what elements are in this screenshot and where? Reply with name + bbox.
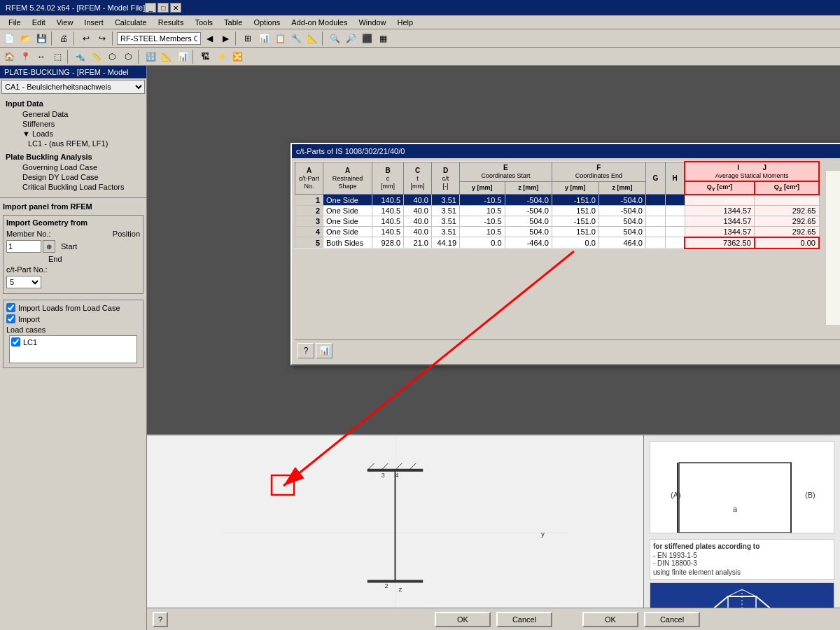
bottom-cancel-btn[interactable]: Cancel <box>496 612 552 627</box>
main-dialog: c/t-Parts of IS 1008/302/21/40/0 ✕ Ac/t-… <box>290 143 840 365</box>
sep2 <box>74 31 76 46</box>
cell-end-z: 464.0 <box>598 237 645 248</box>
menu-results[interactable]: Results <box>153 17 190 28</box>
bottom-ok2-btn[interactable]: OK <box>582 612 638 627</box>
tb2-btn6[interactable]: 📏 <box>88 49 104 64</box>
undo-btn[interactable]: ↩ <box>78 31 94 46</box>
menu-calculate[interactable]: Calculate <box>109 17 153 28</box>
ct-part-select[interactable]: 5 1234 <box>6 276 41 288</box>
minimize-btn[interactable]: _ <box>145 3 156 13</box>
tb-btn8[interactable]: ⬛ <box>359 31 374 46</box>
table-row[interactable]: 5 Both Sides 928.0 21.0 44.19 0.0 -464.0… <box>295 237 820 248</box>
window-controls[interactable]: _ □ ✕ <box>145 3 181 13</box>
lc1-item[interactable]: LC1 - (aus RFEM, LF1) <box>3 139 144 148</box>
col-header-moments: I JAverage Statical Moments <box>685 162 819 181</box>
menu-options[interactable]: Options <box>248 17 286 28</box>
menu-window[interactable]: Window <box>353 17 391 28</box>
redo-btn[interactable]: ↪ <box>94 31 110 46</box>
tb-btn9[interactable]: ▦ <box>375 31 391 46</box>
cell-ct: 3.51 <box>432 216 460 226</box>
col-header-g: G <box>645 162 665 195</box>
tb-btn7[interactable]: 🔎 <box>343 31 358 46</box>
table-row[interactable]: 2 One Side 140.5 40.0 3.51 10.5 -504.0 1… <box>295 205 820 216</box>
governing-load-case-item[interactable]: Governing Load Case <box>3 162 144 172</box>
tb2-btn8[interactable]: ⬡ <box>120 49 136 64</box>
cell-start-y: -10.5 <box>460 216 505 226</box>
stiffeners-item[interactable]: Stiffeners <box>3 119 144 129</box>
maximize-btn[interactable]: □ <box>158 3 169 13</box>
plate-buckling-header[interactable]: Plate Buckling Analysis <box>3 151 144 162</box>
tb2-btn11[interactable]: 📊 <box>175 49 190 64</box>
lc1-checkbox[interactable] <box>11 337 20 346</box>
import-checkbox[interactable] <box>6 314 15 323</box>
ct-part-row: c/t-Part No.: <box>6 265 140 274</box>
tb2-btn3[interactable]: ↔ <box>34 49 49 64</box>
bottom-ok-btn[interactable]: OK <box>435 612 491 627</box>
tb-btn4[interactable]: 🔧 <box>288 31 304 46</box>
help-bottom-btn[interactable]: ? <box>153 612 168 627</box>
loads-item[interactable]: ▼ Loads <box>3 129 144 139</box>
cell-start-y: 10.5 <box>460 205 505 216</box>
menu-insert[interactable]: Insert <box>78 17 109 28</box>
tb-btn5[interactable]: 📐 <box>304 31 320 46</box>
menu-view[interactable]: View <box>51 17 79 28</box>
tb2-btn13[interactable]: ⚡ <box>214 49 229 64</box>
member-no-input[interactable] <box>6 240 41 253</box>
menu-tools[interactable]: Tools <box>189 17 218 28</box>
menu-addon[interactable]: Add-on Modules <box>286 17 353 28</box>
import-checkbox-row: Import <box>6 314 140 323</box>
col-header-h: H <box>665 162 685 195</box>
tb2-btn1[interactable]: 🏠 <box>1 49 17 64</box>
bottom-cancel2-btn[interactable]: Cancel <box>644 612 700 627</box>
col-header-qy: QY [cm³] <box>685 181 754 195</box>
dialog-title-bar: c/t-Parts of IS 1008/302/21/40/0 ✕ <box>292 144 840 158</box>
module-input[interactable] <box>117 32 201 45</box>
cell-c: 140.5 <box>372 226 404 237</box>
menu-edit[interactable]: Edit <box>27 17 51 28</box>
menu-help[interactable]: Help <box>392 17 419 28</box>
ct-parts-table: Ac/t-PartNo. ARestrainedShape Bc[mm] Ct[… <box>295 161 820 249</box>
left-panel: PLATE-BUCKLING - [RFEM - Model CA1 - Beu… <box>0 66 147 630</box>
tb2-btn9[interactable]: 🔢 <box>143 49 158 64</box>
close-btn[interactable]: ✕ <box>170 3 181 13</box>
critical-buckling-item[interactable]: Critical Buckling Load Factors <box>3 182 144 192</box>
print-btn[interactable]: 🖨 <box>56 31 71 46</box>
sep7 <box>138 50 141 64</box>
general-data-item[interactable]: General Data <box>3 109 144 119</box>
help-btn[interactable]: ? <box>298 343 314 358</box>
tb2-btn5[interactable]: 🔩 <box>72 49 88 64</box>
tb-btn3[interactable]: 📋 <box>272 31 288 46</box>
import-panel-label: Import panel from RFEM <box>0 201 146 212</box>
tb2-btn10[interactable]: 📐 <box>159 49 174 64</box>
input-data-header[interactable]: Input Data <box>3 98 144 109</box>
tb2-btn7[interactable]: ⬡ <box>104 49 120 64</box>
tb2-btn4[interactable]: ⬚ <box>50 49 65 64</box>
design-load-case-item[interactable]: Design DY Load Case <box>3 172 144 182</box>
new-btn[interactable]: 📄 <box>1 31 17 46</box>
cell-start-z: 504.0 <box>505 226 552 237</box>
tb-btn6[interactable]: 🔍 <box>327 31 342 46</box>
cell-start-z: -504.0 <box>505 205 552 216</box>
cell-ct: 44.19 <box>432 237 460 248</box>
open-btn[interactable]: 📂 <box>18 31 33 46</box>
tb2-btn12[interactable]: 🏗 <box>197 49 213 64</box>
member-no-row: Member No.: Position <box>6 230 140 238</box>
menu-file[interactable]: File <box>3 17 27 28</box>
nav-fwd[interactable]: ▶ <box>218 31 233 46</box>
tb-btn1[interactable]: ⊞ <box>240 31 255 46</box>
menu-table[interactable]: Table <box>218 17 248 28</box>
diagram-btn[interactable]: 📊 <box>316 343 332 358</box>
table-row[interactable]: 3 One Side 140.5 40.0 3.51 -10.5 504.0 -… <box>295 216 820 226</box>
cell-qy: 1344.57 <box>685 226 754 237</box>
table-row[interactable]: 4 One Side 140.5 40.0 3.51 10.5 504.0 15… <box>295 226 820 237</box>
tb-btn2[interactable]: 📊 <box>256 31 272 46</box>
import-loads-checkbox[interactable] <box>6 303 15 312</box>
member-pick-btn[interactable]: ⊕ <box>43 240 55 253</box>
table-row[interactable]: 1 One Side 140.5 40.0 3.51 -10.5 -504.0 … <box>295 195 820 206</box>
save-btn[interactable]: 💾 <box>34 31 49 46</box>
tb2-btn14[interactable]: 🔀 <box>230 49 245 64</box>
svg-text:4: 4 <box>396 472 399 479</box>
tb2-btn2[interactable]: 📍 <box>18 49 33 64</box>
ca-selector[interactable]: CA1 - Beulsicherheitsnachweis <box>1 80 145 94</box>
nav-back[interactable]: ◀ <box>202 31 217 46</box>
